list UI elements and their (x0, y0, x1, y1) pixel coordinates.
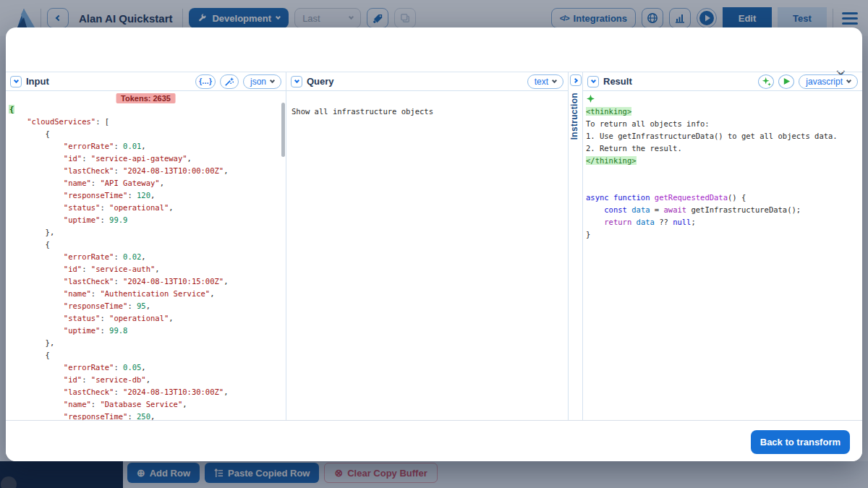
chevron-down-icon (270, 77, 275, 82)
back-to-transform-button[interactable]: Back to transform (751, 430, 850, 454)
input-format-select[interactable]: json (243, 74, 281, 89)
sparkle-icon (762, 77, 771, 86)
query-format-select[interactable]: text (527, 74, 563, 89)
input-json-code[interactable]: { "cloudServices": [ { "errorRate": 0.01… (6, 91, 286, 420)
input-panel-label: Input (26, 76, 49, 87)
result-panel: Result javascript (583, 72, 862, 420)
query-format-value: text (535, 77, 548, 87)
query-editor[interactable]: Show all infrastructure objects (286, 91, 568, 420)
chevron-down-icon (846, 77, 851, 82)
query-text[interactable]: Show all infrastructure objects (286, 91, 568, 118)
result-format-value: javascript (806, 77, 843, 87)
expand-instruction-button[interactable] (570, 74, 582, 86)
format-braces-button[interactable]: {…} (195, 74, 216, 89)
play-icon (783, 77, 791, 85)
instruction-strip: Instruction (569, 72, 583, 420)
input-panel: Input {…} json Tokens: 2635 (6, 72, 286, 420)
magic-wand-icon (224, 77, 234, 87)
modal-footer: Back to transform (6, 420, 862, 461)
result-panel-label: Result (603, 76, 632, 87)
generate-button[interactable] (758, 74, 774, 89)
tokens-badge: Tokens: 2635 (116, 93, 176, 103)
magic-wand-button[interactable] (220, 74, 239, 89)
run-result-button[interactable] (778, 74, 794, 89)
input-collapse-button[interactable] (10, 76, 22, 87)
chevron-down-icon (552, 77, 557, 82)
tab-instruction[interactable]: Instruction (569, 93, 579, 140)
input-scrollbar[interactable] (281, 103, 285, 157)
input-format-value: json (250, 77, 266, 87)
result-format-select[interactable]: javascript (799, 74, 858, 89)
query-collapse-button[interactable] (291, 76, 302, 87)
result-collapse-button[interactable] (587, 76, 599, 87)
result-editor[interactable]: <thinking>To return all objects info:1. … (583, 91, 862, 420)
transform-modal: × Input {…} json (6, 27, 862, 461)
query-panel-label: Query (307, 76, 334, 87)
query-panel: Query text Show all infrastructure objec… (286, 72, 569, 420)
result-code[interactable]: <thinking>To return all objects info:1. … (583, 91, 862, 242)
input-editor[interactable]: Tokens: 2635 { "cloudServices": [ { "err… (6, 91, 286, 420)
